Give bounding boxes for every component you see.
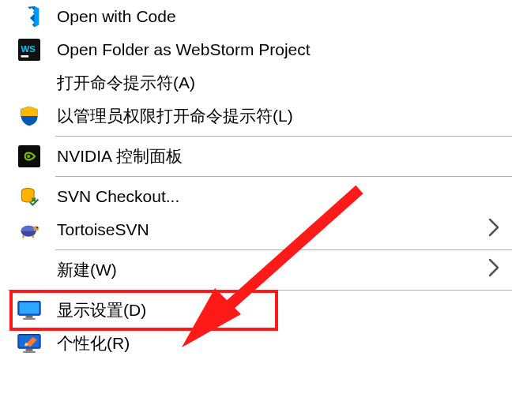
menu-separator xyxy=(8,290,512,291)
svg-text:WS: WS xyxy=(21,44,36,54)
blank-icon xyxy=(16,257,43,283)
svg-rect-17 xyxy=(26,349,33,351)
menu-item-cmd[interactable]: 打开命令提示符(A) xyxy=(0,66,512,99)
chevron-right-icon xyxy=(488,218,499,242)
menu-separator xyxy=(55,249,512,250)
menu-item-open-webstorm[interactable]: WS Open Folder as WebStorm Project xyxy=(0,33,512,66)
svg-point-8 xyxy=(36,227,38,229)
menu-item-cmd-admin[interactable]: 以管理员权限打开命令提示符(L) xyxy=(0,99,512,133)
shield-icon xyxy=(16,103,43,129)
svg-point-7 xyxy=(33,226,39,231)
menu-item-new[interactable]: 新建(W) xyxy=(0,253,512,287)
blank-icon xyxy=(16,69,43,96)
svg-rect-18 xyxy=(23,351,36,353)
chevron-right-icon xyxy=(488,258,499,283)
menu-item-label: TortoiseSVN xyxy=(57,220,488,239)
svg-rect-12 xyxy=(20,302,40,313)
svn-checkout-icon xyxy=(16,183,43,210)
menu-item-label: 显示设置(D) xyxy=(57,299,499,321)
menu-item-label: NVIDIA 控制面板 xyxy=(57,145,499,167)
menu-item-svn-checkout[interactable]: SVN Checkout... xyxy=(0,180,512,213)
menu-item-label: SVN Checkout... xyxy=(57,187,499,206)
menu-item-open-code[interactable]: Open with Code xyxy=(0,0,512,33)
menu-item-label: 打开命令提示符(A) xyxy=(57,72,499,94)
menu-separator xyxy=(55,176,512,177)
menu-item-label: 个性化(R) xyxy=(57,332,499,354)
webstorm-icon: WS xyxy=(16,36,43,63)
menu-item-label: 新建(W) xyxy=(57,259,488,281)
menu-item-tortoisesvn[interactable]: TortoiseSVN xyxy=(0,213,512,246)
svg-rect-2 xyxy=(21,55,29,58)
vscode-icon xyxy=(16,3,43,30)
svg-rect-13 xyxy=(26,316,33,318)
personalize-icon xyxy=(16,330,43,357)
menu-item-personalize[interactable]: 个性化(R) xyxy=(0,327,512,360)
nvidia-icon xyxy=(16,143,43,170)
menu-item-label: Open Folder as WebStorm Project xyxy=(57,40,499,59)
menu-item-display-settings[interactable]: 显示设置(D) xyxy=(0,294,512,327)
menu-item-label: 以管理员权限打开命令提示符(L) xyxy=(57,105,499,127)
menu-separator xyxy=(55,136,512,137)
menu-item-nvidia[interactable]: NVIDIA 控制面板 xyxy=(0,140,512,173)
svg-rect-14 xyxy=(23,318,36,320)
context-menu: Open with Code WS Open Folder as WebStor… xyxy=(0,0,512,360)
svg-rect-10 xyxy=(32,235,35,238)
menu-item-label: Open with Code xyxy=(57,7,499,26)
svg-rect-9 xyxy=(22,235,24,238)
tortoise-icon xyxy=(16,216,43,243)
svg-point-4 xyxy=(27,155,30,158)
display-icon xyxy=(16,297,43,324)
